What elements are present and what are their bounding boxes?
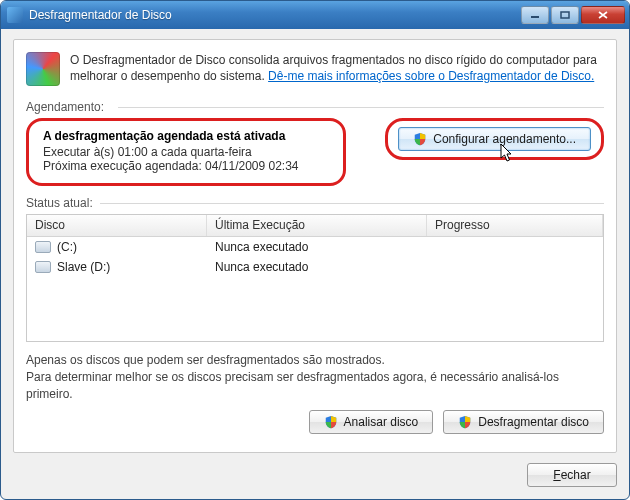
hint-line2: Para determinar melhor se os discos prec… bbox=[26, 369, 604, 403]
defrag-icon bbox=[26, 52, 60, 86]
close-window-button[interactable] bbox=[581, 6, 625, 24]
maximize-button[interactable] bbox=[551, 6, 579, 24]
action-buttons: Analisar disco Desfragmentar disco bbox=[26, 410, 604, 434]
hint-text: Apenas os discos que podem ser desfragme… bbox=[26, 352, 604, 402]
schedule-time-text: Executar à(s) 01:00 a cada quarta-feira bbox=[43, 145, 329, 159]
close-label: Fechar bbox=[553, 468, 590, 482]
schedule-next-run-text: Próxima execução agendada: 04/11/2009 02… bbox=[43, 159, 329, 173]
configure-highlight: Configurar agendamento... bbox=[385, 118, 604, 160]
content-area: O Desfragmentador de Disco consolida arq… bbox=[1, 29, 629, 499]
disk-name: Slave (D:) bbox=[57, 260, 110, 274]
column-progress[interactable]: Progresso bbox=[427, 215, 603, 236]
footer-buttons: Fechar bbox=[13, 463, 617, 487]
svg-rect-0 bbox=[531, 16, 539, 18]
minimize-icon bbox=[530, 11, 540, 19]
schedule-enabled-text: A desfragmentação agendada está ativada bbox=[43, 129, 329, 143]
status-label: Status atual: bbox=[26, 196, 604, 210]
app-icon bbox=[7, 7, 23, 23]
disk-list: Disco Última Execução Progresso (C:) Nun… bbox=[26, 214, 604, 342]
schedule-status-box: A desfragmentação agendada está ativada … bbox=[26, 118, 346, 186]
close-icon bbox=[598, 11, 608, 19]
column-disk[interactable]: Disco bbox=[27, 215, 207, 236]
table-row[interactable]: (C:) Nunca executado bbox=[27, 237, 603, 257]
disk-name: (C:) bbox=[57, 240, 77, 254]
more-info-link[interactable]: Dê-me mais informações sobre o Desfragme… bbox=[268, 69, 594, 83]
disk-cell: (C:) bbox=[27, 240, 207, 254]
shield-icon bbox=[324, 415, 338, 429]
defragment-label: Desfragmentar disco bbox=[478, 415, 589, 429]
table-row[interactable]: Slave (D:) Nunca executado bbox=[27, 257, 603, 277]
main-panel: O Desfragmentador de Disco consolida arq… bbox=[13, 39, 617, 453]
configure-schedule-label: Configurar agendamento... bbox=[433, 132, 576, 146]
shield-icon bbox=[413, 132, 427, 146]
last-run-cell: Nunca executado bbox=[207, 240, 427, 254]
minimize-button[interactable] bbox=[521, 6, 549, 24]
analyze-label: Analisar disco bbox=[344, 415, 419, 429]
defragment-disk-button[interactable]: Desfragmentar disco bbox=[443, 410, 604, 434]
analyze-disk-button[interactable]: Analisar disco bbox=[309, 410, 434, 434]
intro-text: O Desfragmentador de Disco consolida arq… bbox=[70, 52, 604, 86]
drive-icon bbox=[35, 261, 51, 273]
schedule-row: A desfragmentação agendada está ativada … bbox=[26, 118, 604, 186]
hint-line1: Apenas os discos que podem ser desfragme… bbox=[26, 352, 604, 369]
last-run-cell: Nunca executado bbox=[207, 260, 427, 274]
column-last-run[interactable]: Última Execução bbox=[207, 215, 427, 236]
window-title: Desfragmentador de Disco bbox=[29, 8, 521, 22]
titlebar: Desfragmentador de Disco bbox=[1, 1, 629, 29]
maximize-icon bbox=[560, 11, 570, 19]
configure-schedule-button[interactable]: Configurar agendamento... bbox=[398, 127, 591, 151]
disk-list-header: Disco Última Execução Progresso bbox=[27, 215, 603, 237]
drive-icon bbox=[35, 241, 51, 253]
defragmenter-window: Desfragmentador de Disco O Desfragmentad… bbox=[0, 0, 630, 500]
close-button[interactable]: Fechar bbox=[527, 463, 617, 487]
schedule-label: Agendamento: bbox=[26, 100, 604, 114]
disk-list-body: (C:) Nunca executado Slave (D:) Nunca ex… bbox=[27, 237, 603, 341]
shield-icon bbox=[458, 415, 472, 429]
intro-section: O Desfragmentador de Disco consolida arq… bbox=[26, 52, 604, 86]
svg-rect-1 bbox=[561, 12, 569, 18]
window-buttons bbox=[521, 6, 625, 24]
disk-cell: Slave (D:) bbox=[27, 260, 207, 274]
